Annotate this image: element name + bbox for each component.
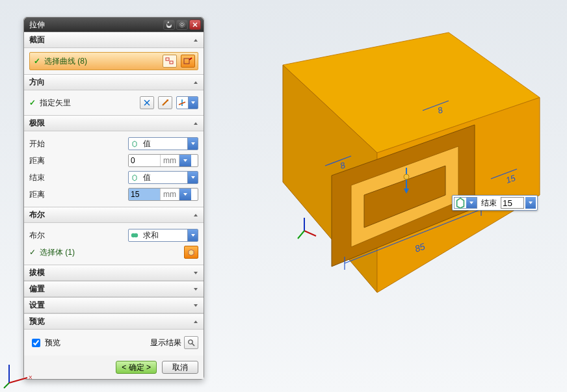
svg-line-56 [4,383,9,388]
boolean-mode-combo[interactable]: 求和 [128,229,198,242]
svg-marker-47 [189,250,194,255]
svg-line-53 [192,344,194,346]
svg-marker-43 [194,214,198,216]
spin-icon[interactable] [179,189,191,200]
cube-icon [129,140,140,148]
offset-label: 偏置 [29,283,45,294]
svg-text:8: 8 [339,160,347,171]
extrude-dialog: 拉伸 截面 ✓ 选择曲线 (8) 方向 ✓ 指定矢里 [23,17,204,380]
ok-button[interactable]: < 确定 > [116,361,157,374]
svg-marker-50 [194,304,198,307]
show-result-button[interactable] [184,336,198,349]
svg-marker-35 [191,101,195,104]
section-head-preview[interactable]: 预览 [24,313,204,330]
start-label: 开始 [29,138,68,150]
select-body-label: 选择体 (1) [40,247,75,258]
svg-marker-5 [364,166,445,228]
vector-constructor-button[interactable] [158,96,172,109]
svg-line-55 [9,378,27,383]
chevron-down-icon[interactable] [188,97,198,109]
float-spin[interactable] [525,197,536,209]
draft-label: 拔模 [29,267,45,278]
svg-marker-41 [191,176,195,179]
start-distance-input[interactable]: mm [128,154,198,167]
svg-marker-23 [469,202,473,204]
spin-icon[interactable] [179,155,191,166]
select-curve-label: 选择曲线 (8) [44,56,87,67]
svg-line-9 [491,169,517,179]
check-icon: ✓ [29,248,36,257]
unit-label: mm [160,155,179,166]
end-mode-combo[interactable]: 值 [128,171,198,184]
cube-icon [129,174,140,181]
close-button[interactable] [189,20,201,30]
svg-text:X: X [29,374,33,380]
svg-line-6 [345,209,481,263]
svg-point-25 [181,23,183,26]
check-icon: ✓ [29,98,36,107]
undo-button[interactable] [163,20,175,30]
float-label: 结束 [479,198,499,209]
section-head-draft[interactable]: 拔模 [24,265,204,281]
svg-marker-48 [194,272,198,274]
svg-marker-4 [351,146,458,247]
select-curve-row[interactable]: ✓ 选择曲线 (8) [29,52,198,70]
svg-marker-31 [194,81,198,84]
section-head-offset[interactable]: 偏置 [24,281,204,297]
chevron-down-icon[interactable] [187,172,198,183]
svg-text:85: 85 [414,241,427,254]
float-mode-combo[interactable] [454,197,477,209]
svg-marker-1 [283,65,377,293]
show-result-label: 显示结果 [150,337,181,348]
section-head-section[interactable]: 截面 [24,32,204,48]
svg-text:8: 8 [436,105,444,116]
svg-marker-51 [194,320,198,323]
chevron-down-icon[interactable] [187,229,198,241]
gear-button[interactable] [176,20,188,30]
cancel-button[interactable]: 取消 [162,361,198,374]
svg-point-52 [189,340,192,344]
axis-icon [177,99,188,107]
body-select-button[interactable] [184,246,198,259]
start-distance-field[interactable] [129,155,160,166]
limits-label: 极限 [29,118,45,129]
section-head-limits[interactable]: 极限 [24,115,204,131]
dialog-footer: < 确定 > 取消 [24,356,204,379]
svg-marker-24 [529,202,533,204]
end-distance-input[interactable]: mm [128,188,198,201]
svg-rect-28 [166,58,169,60]
svg-line-18 [298,231,304,239]
check-icon: ✓ [34,57,40,66]
curve-rule-button[interactable] [163,55,177,68]
start-mode-combo[interactable]: 值 [128,137,198,150]
cube-icon [455,198,466,208]
preview-checkbox[interactable] [32,339,40,347]
chevron-down-icon [193,301,198,310]
svg-line-17 [304,231,316,236]
svg-marker-39 [183,159,187,162]
chevron-down-icon[interactable] [187,138,198,150]
boolean-mode-label: 布尔 [29,230,68,241]
end-dist-label: 距离 [29,189,68,200]
svg-marker-42 [183,193,187,196]
chevron-down-icon[interactable] [466,198,477,208]
sketch-button[interactable] [181,55,195,68]
titlebar[interactable]: 拉伸 [24,18,204,32]
unite-icon [129,231,140,239]
end-mode-text: 值 [140,172,187,183]
section-head-settings[interactable]: 设置 [24,297,204,313]
select-body-row[interactable]: ✓ 选择体 (1) [29,244,198,261]
settings-label: 设置 [29,300,45,311]
reverse-vector-button[interactable] [140,96,154,109]
svg-marker-0 [283,33,540,153]
direction-label: 方向 [29,77,45,88]
float-value-input[interactable] [501,197,524,209]
svg-point-45 [134,233,138,237]
section-head-direction[interactable]: 方向 [24,74,204,90]
section-head-boolean[interactable]: 布尔 [24,207,204,223]
end-distance-field[interactable] [129,189,160,200]
section-label: 截面 [29,34,45,46]
floating-end-input[interactable]: 结束 [452,195,538,211]
vector-combo[interactable] [176,96,198,109]
boolean-label: 布尔 [29,209,45,220]
